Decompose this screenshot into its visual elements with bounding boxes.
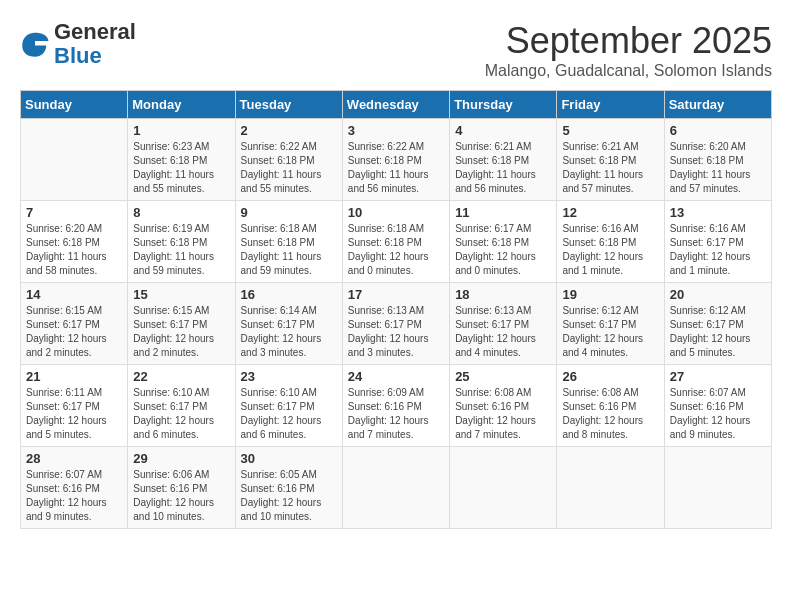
- day-cell: [664, 447, 771, 529]
- day-cell: 17Sunrise: 6:13 AMSunset: 6:17 PMDayligh…: [342, 283, 449, 365]
- day-cell: 12Sunrise: 6:16 AMSunset: 6:18 PMDayligh…: [557, 201, 664, 283]
- day-number: 18: [455, 287, 551, 302]
- day-cell: 9Sunrise: 6:18 AMSunset: 6:18 PMDaylight…: [235, 201, 342, 283]
- day-number: 10: [348, 205, 444, 220]
- day-info: Sunrise: 6:10 AMSunset: 6:17 PMDaylight:…: [241, 386, 337, 442]
- day-number: 9: [241, 205, 337, 220]
- day-cell: 2Sunrise: 6:22 AMSunset: 6:18 PMDaylight…: [235, 119, 342, 201]
- day-cell: 22Sunrise: 6:10 AMSunset: 6:17 PMDayligh…: [128, 365, 235, 447]
- day-number: 2: [241, 123, 337, 138]
- week-row-1: 7Sunrise: 6:20 AMSunset: 6:18 PMDaylight…: [21, 201, 772, 283]
- day-cell: 16Sunrise: 6:14 AMSunset: 6:17 PMDayligh…: [235, 283, 342, 365]
- day-info: Sunrise: 6:15 AMSunset: 6:17 PMDaylight:…: [26, 304, 122, 360]
- day-info: Sunrise: 6:21 AMSunset: 6:18 PMDaylight:…: [562, 140, 658, 196]
- day-cell: [450, 447, 557, 529]
- day-info: Sunrise: 6:20 AMSunset: 6:18 PMDaylight:…: [26, 222, 122, 278]
- day-info: Sunrise: 6:19 AMSunset: 6:18 PMDaylight:…: [133, 222, 229, 278]
- day-cell: 20Sunrise: 6:12 AMSunset: 6:17 PMDayligh…: [664, 283, 771, 365]
- day-info: Sunrise: 6:07 AMSunset: 6:16 PMDaylight:…: [26, 468, 122, 524]
- day-number: 20: [670, 287, 766, 302]
- day-info: Sunrise: 6:09 AMSunset: 6:16 PMDaylight:…: [348, 386, 444, 442]
- day-cell: 5Sunrise: 6:21 AMSunset: 6:18 PMDaylight…: [557, 119, 664, 201]
- logo: General Blue: [20, 20, 136, 68]
- day-cell: [557, 447, 664, 529]
- day-cell: 18Sunrise: 6:13 AMSunset: 6:17 PMDayligh…: [450, 283, 557, 365]
- day-cell: [21, 119, 128, 201]
- day-number: 22: [133, 369, 229, 384]
- logo-icon: [20, 29, 50, 59]
- day-cell: [342, 447, 449, 529]
- day-number: 7: [26, 205, 122, 220]
- day-info: Sunrise: 6:21 AMSunset: 6:18 PMDaylight:…: [455, 140, 551, 196]
- day-info: Sunrise: 6:14 AMSunset: 6:17 PMDaylight:…: [241, 304, 337, 360]
- day-number: 21: [26, 369, 122, 384]
- day-info: Sunrise: 6:15 AMSunset: 6:17 PMDaylight:…: [133, 304, 229, 360]
- day-info: Sunrise: 6:18 AMSunset: 6:18 PMDaylight:…: [348, 222, 444, 278]
- day-cell: 6Sunrise: 6:20 AMSunset: 6:18 PMDaylight…: [664, 119, 771, 201]
- day-info: Sunrise: 6:13 AMSunset: 6:17 PMDaylight:…: [455, 304, 551, 360]
- day-info: Sunrise: 6:12 AMSunset: 6:17 PMDaylight:…: [670, 304, 766, 360]
- header-thursday: Thursday: [450, 91, 557, 119]
- day-number: 1: [133, 123, 229, 138]
- day-info: Sunrise: 6:20 AMSunset: 6:18 PMDaylight:…: [670, 140, 766, 196]
- day-info: Sunrise: 6:18 AMSunset: 6:18 PMDaylight:…: [241, 222, 337, 278]
- calendar-body: 1Sunrise: 6:23 AMSunset: 6:18 PMDaylight…: [21, 119, 772, 529]
- day-cell: 4Sunrise: 6:21 AMSunset: 6:18 PMDaylight…: [450, 119, 557, 201]
- day-info: Sunrise: 6:22 AMSunset: 6:18 PMDaylight:…: [241, 140, 337, 196]
- calendar-header: SundayMondayTuesdayWednesdayThursdayFrid…: [21, 91, 772, 119]
- day-cell: 24Sunrise: 6:09 AMSunset: 6:16 PMDayligh…: [342, 365, 449, 447]
- title-block: September 2025 Malango, Guadalcanal, Sol…: [485, 20, 772, 80]
- week-row-4: 28Sunrise: 6:07 AMSunset: 6:16 PMDayligh…: [21, 447, 772, 529]
- week-row-2: 14Sunrise: 6:15 AMSunset: 6:17 PMDayligh…: [21, 283, 772, 365]
- day-number: 13: [670, 205, 766, 220]
- day-number: 29: [133, 451, 229, 466]
- day-number: 17: [348, 287, 444, 302]
- day-info: Sunrise: 6:05 AMSunset: 6:16 PMDaylight:…: [241, 468, 337, 524]
- day-number: 11: [455, 205, 551, 220]
- day-cell: 23Sunrise: 6:10 AMSunset: 6:17 PMDayligh…: [235, 365, 342, 447]
- header-sunday: Sunday: [21, 91, 128, 119]
- day-cell: 1Sunrise: 6:23 AMSunset: 6:18 PMDaylight…: [128, 119, 235, 201]
- logo-blue-text: Blue: [54, 44, 136, 68]
- week-row-3: 21Sunrise: 6:11 AMSunset: 6:17 PMDayligh…: [21, 365, 772, 447]
- week-row-0: 1Sunrise: 6:23 AMSunset: 6:18 PMDaylight…: [21, 119, 772, 201]
- day-number: 23: [241, 369, 337, 384]
- day-cell: 10Sunrise: 6:18 AMSunset: 6:18 PMDayligh…: [342, 201, 449, 283]
- day-info: Sunrise: 6:06 AMSunset: 6:16 PMDaylight:…: [133, 468, 229, 524]
- day-cell: 3Sunrise: 6:22 AMSunset: 6:18 PMDaylight…: [342, 119, 449, 201]
- day-info: Sunrise: 6:16 AMSunset: 6:17 PMDaylight:…: [670, 222, 766, 278]
- day-cell: 27Sunrise: 6:07 AMSunset: 6:16 PMDayligh…: [664, 365, 771, 447]
- day-number: 12: [562, 205, 658, 220]
- header-saturday: Saturday: [664, 91, 771, 119]
- header-row: SundayMondayTuesdayWednesdayThursdayFrid…: [21, 91, 772, 119]
- header-tuesday: Tuesday: [235, 91, 342, 119]
- day-cell: 8Sunrise: 6:19 AMSunset: 6:18 PMDaylight…: [128, 201, 235, 283]
- day-info: Sunrise: 6:22 AMSunset: 6:18 PMDaylight:…: [348, 140, 444, 196]
- day-cell: 25Sunrise: 6:08 AMSunset: 6:16 PMDayligh…: [450, 365, 557, 447]
- day-number: 4: [455, 123, 551, 138]
- day-cell: 19Sunrise: 6:12 AMSunset: 6:17 PMDayligh…: [557, 283, 664, 365]
- day-cell: 26Sunrise: 6:08 AMSunset: 6:16 PMDayligh…: [557, 365, 664, 447]
- header-monday: Monday: [128, 91, 235, 119]
- day-number: 25: [455, 369, 551, 384]
- header-wednesday: Wednesday: [342, 91, 449, 119]
- logo-general-text: General: [54, 20, 136, 44]
- header-friday: Friday: [557, 91, 664, 119]
- day-info: Sunrise: 6:11 AMSunset: 6:17 PMDaylight:…: [26, 386, 122, 442]
- page-header: General Blue September 2025 Malango, Gua…: [20, 20, 772, 80]
- day-cell: 14Sunrise: 6:15 AMSunset: 6:17 PMDayligh…: [21, 283, 128, 365]
- location-subtitle: Malango, Guadalcanal, Solomon Islands: [485, 62, 772, 80]
- day-number: 15: [133, 287, 229, 302]
- day-cell: 28Sunrise: 6:07 AMSunset: 6:16 PMDayligh…: [21, 447, 128, 529]
- day-info: Sunrise: 6:07 AMSunset: 6:16 PMDaylight:…: [670, 386, 766, 442]
- day-number: 28: [26, 451, 122, 466]
- day-info: Sunrise: 6:12 AMSunset: 6:17 PMDaylight:…: [562, 304, 658, 360]
- day-info: Sunrise: 6:16 AMSunset: 6:18 PMDaylight:…: [562, 222, 658, 278]
- day-info: Sunrise: 6:17 AMSunset: 6:18 PMDaylight:…: [455, 222, 551, 278]
- day-cell: 7Sunrise: 6:20 AMSunset: 6:18 PMDaylight…: [21, 201, 128, 283]
- day-info: Sunrise: 6:13 AMSunset: 6:17 PMDaylight:…: [348, 304, 444, 360]
- day-number: 19: [562, 287, 658, 302]
- day-number: 30: [241, 451, 337, 466]
- day-number: 5: [562, 123, 658, 138]
- day-cell: 15Sunrise: 6:15 AMSunset: 6:17 PMDayligh…: [128, 283, 235, 365]
